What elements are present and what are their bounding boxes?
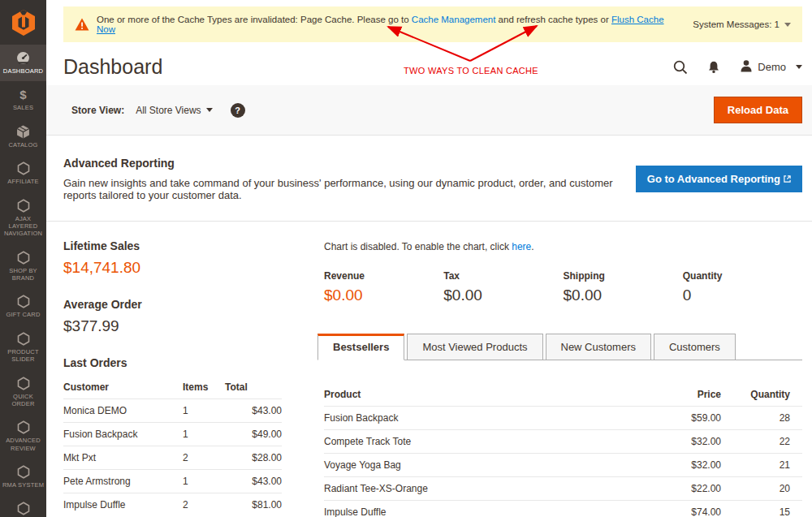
advanced-reporting-title: Advanced Reporting xyxy=(63,157,636,170)
metric-value: 0 xyxy=(683,287,802,304)
sidebar-item[interactable]: SMTP xyxy=(0,495,46,517)
average-order-value: $377.99 xyxy=(63,317,282,335)
sidebar-item[interactable]: DASHBOARD xyxy=(0,45,46,81)
sidebar-item[interactable]: QUICK ORDER xyxy=(0,370,46,415)
product-price: $32.00 xyxy=(632,430,721,454)
store-view-dropdown[interactable]: All Store Views xyxy=(136,105,212,116)
hexagon-icon xyxy=(17,199,30,213)
hexagon-icon xyxy=(17,251,30,265)
order-items: 2 xyxy=(183,493,225,517)
bestseller-row[interactable]: Radiant Tee-XS-Orange $22.00 20 xyxy=(324,477,802,501)
notifications-bell-icon[interactable] xyxy=(707,61,720,74)
product-name: Impulse Duffle xyxy=(324,501,632,517)
chevron-down-icon xyxy=(206,108,213,112)
metric-label: Tax xyxy=(443,270,563,282)
order-row[interactable]: Impulse Duffle 2 $81.00 xyxy=(63,493,282,517)
sidebar-item-label: RMA SYSTEM xyxy=(2,481,44,489)
sidebar-item-label: PRODUCT SLIDER xyxy=(1,348,45,364)
hexagon-icon xyxy=(17,502,30,515)
bestseller-row[interactable]: Impulse Duffle $74.00 15 xyxy=(324,501,802,517)
notice-message: One or more of the Cache Types are inval… xyxy=(97,15,680,34)
sidebar-item[interactable]: AJAX LAYERED NAVIGATION xyxy=(0,192,46,244)
box-icon xyxy=(16,125,30,139)
product-name: Compete Track Tote xyxy=(324,430,632,454)
order-total: $81.00 xyxy=(225,493,282,517)
warning-icon xyxy=(75,18,89,31)
sidebar: DASHBOARD SALES CATALOG xyxy=(0,0,46,517)
product-name: Voyage Yoga Bag xyxy=(324,454,632,477)
hexagon-icon xyxy=(17,162,30,175)
metric: Revenue $0.00 xyxy=(324,270,443,304)
sidebar-item-label: QUICK ORDER xyxy=(1,393,45,408)
lifetime-sales-label: Lifetime Sales xyxy=(63,239,282,252)
tab[interactable]: New Customers xyxy=(546,334,651,360)
order-customer: Impulse Duffle xyxy=(63,493,183,517)
bestseller-row[interactable]: Fusion Backpack $59.00 28 xyxy=(324,407,802,430)
product-price: $32.00 xyxy=(632,454,721,477)
help-icon[interactable] xyxy=(231,103,245,118)
user-menu[interactable]: Demo xyxy=(740,60,802,75)
col-items: Items xyxy=(183,376,225,399)
sidebar-item[interactable]: RMA SYSTEM xyxy=(0,459,46,495)
order-total: $28.00 xyxy=(225,446,282,470)
reload-data-button[interactable]: Reload Data xyxy=(714,97,802,123)
order-row[interactable]: Monica DEMO 1 $43.00 xyxy=(63,399,282,423)
metric-value: $0.00 xyxy=(443,287,563,304)
advanced-reporting-description: Gain new insights and take command of yo… xyxy=(63,177,636,201)
sidebar-item[interactable]: SALES xyxy=(0,81,46,118)
sidebar-item[interactable]: PRODUCT SLIDER xyxy=(0,325,46,370)
sidebar-item[interactable]: AFFILIATE xyxy=(0,155,46,192)
sidebar-item[interactable]: GIFT CARD xyxy=(0,288,46,325)
tab[interactable]: Customers xyxy=(654,334,736,360)
cache-management-link[interactable]: Cache Management xyxy=(412,15,496,24)
last-orders-table: Customer Items Total Monica DEMO 1 $43.0… xyxy=(63,376,282,516)
order-row[interactable]: Fusion Backpack 1 $49.00 xyxy=(63,423,282,446)
sidebar-item-label: GIFT CARD xyxy=(6,311,40,318)
order-row[interactable]: Pete Armstrong 1 $43.00 xyxy=(63,470,282,493)
col-product: Product xyxy=(324,383,632,407)
sidebar-item[interactable]: ADVANCED REVIEW xyxy=(0,414,46,459)
magento-logo[interactable] xyxy=(0,0,46,45)
user-icon xyxy=(740,60,753,75)
dashboard-icon xyxy=(16,51,30,65)
system-notice-bar: One or more of the Cache Types are inval… xyxy=(63,6,802,42)
page-header: Dashboard Demo xyxy=(46,42,812,85)
product-quantity: 20 xyxy=(721,477,802,501)
advanced-reporting-text: Advanced Reporting Gain new insights and… xyxy=(63,157,636,201)
dashboard-content: Lifetime Sales $14,741.80 Average Order … xyxy=(46,222,812,517)
system-messages-toggle[interactable]: System Messages: 1 xyxy=(680,19,791,29)
order-items: 1 xyxy=(183,423,225,446)
dollar-icon xyxy=(19,88,26,101)
average-order-kpi: Average Order $377.99 xyxy=(63,298,282,335)
bestsellers-header-row: Product Price Quantity xyxy=(324,383,802,407)
product-quantity: 28 xyxy=(721,407,802,430)
product-price: $22.00 xyxy=(632,477,721,501)
search-icon[interactable] xyxy=(673,60,688,75)
sidebar-item-label: SALES xyxy=(13,104,33,111)
sidebar-item-label: DASHBOARD xyxy=(3,67,43,75)
sidebar-item[interactable]: SHOP BY BRAND xyxy=(0,244,46,289)
metric-label: Shipping xyxy=(564,270,683,282)
go-to-advanced-reporting-button[interactable]: Go to Advanced Reporting xyxy=(636,166,802,192)
external-link-icon xyxy=(784,173,791,185)
go-to-advanced-reporting-label: Go to Advanced Reporting xyxy=(647,173,780,185)
user-name: Demo xyxy=(758,61,786,73)
order-total: $49.00 xyxy=(225,423,282,446)
enable-chart-link[interactable]: here xyxy=(512,241,531,252)
product-quantity: 22 xyxy=(721,430,802,454)
product-name: Radiant Tee-XS-Orange xyxy=(324,477,632,501)
metrics-row: Revenue $0.00 Tax $0.00 Shipping $0.00 xyxy=(324,270,802,304)
sidebar-item-label: AJAX LAYERED NAVIGATION xyxy=(1,215,45,238)
sidebar-item-label: SHOP BY BRAND xyxy=(1,267,45,282)
report-tabs: Bestsellers Most Viewed Products New Cus… xyxy=(317,334,802,360)
order-row[interactable]: Mkt Pxt 2 $28.00 xyxy=(63,446,282,470)
tab[interactable]: Most Viewed Products xyxy=(407,334,542,360)
sidebar-item-label: CATALOG xyxy=(8,141,37,149)
bestseller-row[interactable]: Compete Track Tote $32.00 22 xyxy=(324,430,802,454)
sidebar-item[interactable]: CATALOG xyxy=(0,118,46,155)
metric-value: $0.00 xyxy=(324,287,443,304)
bestseller-row[interactable]: Voyage Yoga Bag $32.00 21 xyxy=(324,454,802,477)
tab[interactable]: Bestsellers xyxy=(317,334,404,360)
metric: Shipping $0.00 xyxy=(564,270,683,304)
page-title: Dashboard xyxy=(63,55,162,79)
